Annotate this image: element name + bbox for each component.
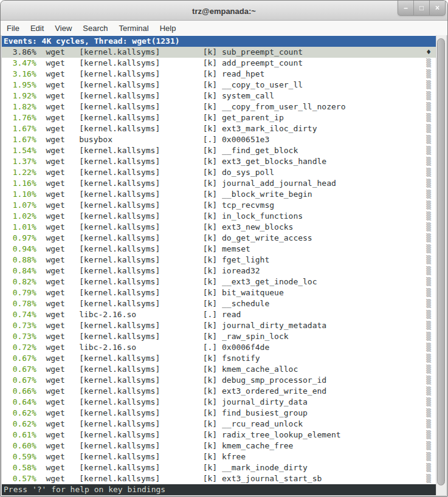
menu-item[interactable]: Search — [77, 22, 113, 35]
menubar: File Edit View Search Terminal Help — [1, 21, 447, 35]
command-name: wget — [46, 266, 79, 276]
command-name: wget — [46, 331, 79, 342]
symbol-type: [k] — [203, 233, 222, 244]
overhead-percent: 0.78% — [3, 298, 36, 309]
symbol-type: [k] — [203, 276, 222, 287]
perf-row: 0.67% wget [kernel.kallsyms] [k] kmem_ca… — [2, 364, 436, 375]
perf-row: 1.54% wget [kernel.kallsyms] [k] __find_… — [2, 145, 436, 156]
overhead-percent: 0.58% — [3, 462, 36, 473]
overhead-percent: 0.73% — [3, 320, 36, 331]
command-name: wget — [46, 386, 79, 397]
command-name: wget — [46, 353, 79, 364]
symbol-name: ext3_journal_start_sb — [222, 473, 426, 484]
terminal-screen[interactable]: Events: 4K cycles, Thread: wget(1231) 3.… — [2, 35, 436, 495]
scroll-marker-icon: ▒ — [426, 255, 431, 266]
perf-row: 0.67% wget [kernel.kallsyms] [k] debug_s… — [2, 375, 436, 386]
symbol-type: [k] — [203, 112, 222, 123]
perf-row: 3.86% wget [kernel.kallsyms] [k] sub_pre… — [2, 47, 436, 58]
symbol-type: [k] — [203, 69, 222, 80]
menu-item[interactable]: View — [49, 22, 77, 35]
symbol-type: [k] — [203, 222, 222, 233]
perf-row: 3.47% wget [kernel.kallsyms] [k] add_pre… — [2, 58, 436, 69]
symbol-name: kfree — [222, 451, 426, 462]
titlebar[interactable]: trz@empanada:~ – □ × — [1, 1, 447, 21]
perf-row: 0.59% wget [kernel.kallsyms] [k] kfree ▒ — [2, 451, 436, 462]
shared-object: [kernel.kallsyms] — [79, 123, 202, 134]
command-name: wget — [46, 156, 79, 167]
symbol-name: kmem_cache_free — [222, 440, 426, 451]
perf-row: 0.97% wget [kernel.kallsyms] [k] do_get_… — [2, 233, 436, 244]
perf-row: 0.66% wget [kernel.kallsyms] [k] ext3_or… — [2, 386, 436, 397]
menu-item[interactable]: Terminal — [114, 22, 154, 35]
command-name: wget — [46, 397, 79, 408]
scroll-marker-icon: ▒ — [426, 451, 431, 462]
symbol-type: [k] — [203, 211, 222, 222]
shared-object: [kernel.kallsyms] — [79, 266, 202, 276]
command-name: wget — [46, 364, 79, 375]
symbol-name: do_sys_poll — [222, 167, 426, 178]
command-name: wget — [46, 309, 79, 320]
symbol-name: tcp_recvmsg — [222, 200, 426, 211]
scroll-marker-icon: ▒ — [426, 91, 431, 101]
symbol-name: __block_write_begin — [222, 189, 426, 200]
scroll-marker-icon: ▒ — [426, 200, 431, 211]
scroll-marker-icon: ▒ — [426, 440, 431, 451]
symbol-name: read — [222, 309, 426, 320]
scroll-marker-icon: ▒ — [426, 145, 431, 156]
shared-object: [kernel.kallsyms] — [79, 178, 202, 189]
perf-row: 0.78% wget [kernel.kallsyms] [k] __sched… — [2, 298, 436, 309]
perf-row: 1.10% wget [kernel.kallsyms] [k] __block… — [2, 189, 436, 200]
scrollbar[interactable] — [436, 35, 446, 495]
symbol-name: __ext3_get_inode_loc — [222, 276, 426, 287]
command-name: wget — [46, 320, 79, 331]
shared-object: [kernel.kallsyms] — [79, 233, 202, 244]
menu-item[interactable]: Edit — [25, 22, 49, 35]
scroll-marker-icon: ▒ — [426, 408, 431, 419]
symbol-name: journal_add_journal_head — [222, 178, 426, 189]
shared-object: [kernel.kallsyms] — [79, 462, 202, 473]
command-name: wget — [46, 298, 79, 309]
menu-item[interactable]: Help — [154, 22, 182, 35]
shared-object: [kernel.kallsyms] — [79, 287, 202, 298]
command-name: wget — [46, 189, 79, 200]
scroll-marker-icon: ▒ — [426, 462, 431, 473]
overhead-percent: 0.84% — [3, 266, 36, 276]
scrollbar-thumb[interactable] — [437, 38, 445, 485]
symbol-type: [k] — [203, 353, 222, 364]
scroll-marker-icon: ♦ — [426, 47, 431, 58]
shared-object: [kernel.kallsyms] — [79, 244, 202, 255]
command-name: wget — [46, 101, 79, 112]
symbol-name: __rcu_read_unlock — [222, 419, 426, 430]
shared-object: [kernel.kallsyms] — [79, 112, 202, 123]
overhead-percent: 0.97% — [3, 233, 36, 244]
overhead-percent: 0.66% — [3, 386, 36, 397]
scroll-marker-icon: ▒ — [426, 58, 431, 69]
shared-object: libc-2.16.so — [79, 309, 202, 320]
shared-object: [kernel.kallsyms] — [79, 222, 202, 233]
scroll-marker-icon: ▒ — [426, 123, 431, 134]
symbol-type: [k] — [203, 255, 222, 266]
overhead-percent: 1.82% — [3, 101, 36, 112]
symbol-name: ext3_new_blocks — [222, 222, 426, 233]
overhead-percent: 1.92% — [3, 91, 36, 101]
shared-object: [kernel.kallsyms] — [79, 200, 202, 211]
scroll-marker-icon: ▒ — [426, 233, 431, 244]
close-button[interactable]: × — [429, 1, 446, 16]
shared-object: [kernel.kallsyms] — [79, 440, 202, 451]
overhead-percent: 0.60% — [3, 440, 36, 451]
menu-item[interactable]: File — [1, 22, 25, 35]
command-name: wget — [46, 375, 79, 386]
scroll-marker-icon: ▒ — [426, 134, 431, 145]
scroll-marker-icon: ▒ — [426, 375, 431, 386]
perf-row: 0.88% wget [kernel.kallsyms] [k] fget_li… — [2, 255, 436, 266]
shared-object: [kernel.kallsyms] — [79, 47, 202, 58]
command-name: wget — [46, 200, 79, 211]
maximize-button[interactable]: □ — [413, 1, 430, 16]
perf-row: 0.94% wget [kernel.kallsyms] [k] memset … — [2, 244, 436, 255]
perf-row: 0.57% wget [kernel.kallsyms] [k] ext3_jo… — [2, 473, 436, 484]
scroll-marker-icon: ▒ — [426, 167, 431, 178]
close-icon: × — [435, 4, 439, 12]
perf-events-header: Events: 4K cycles, Thread: wget(1231) — [2, 36, 436, 47]
scroll-marker-icon: ▒ — [426, 331, 431, 342]
minimize-button[interactable]: – — [398, 1, 414, 16]
